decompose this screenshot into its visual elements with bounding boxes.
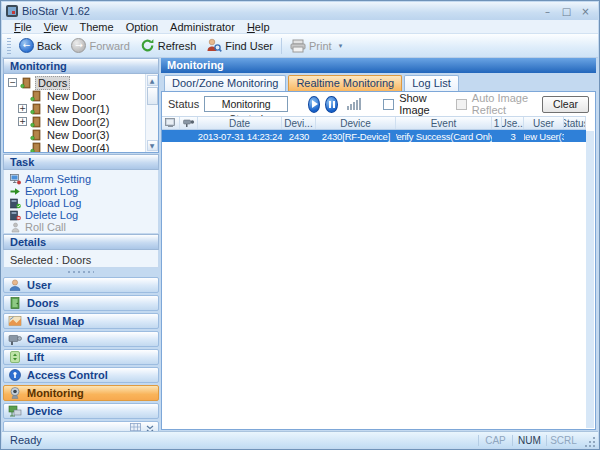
- menu-theme[interactable]: Theme: [73, 21, 119, 33]
- tree-label[interactable]: New Door(1): [45, 103, 111, 115]
- menu-administrator[interactable]: Administrator: [164, 21, 241, 33]
- sidebar-item-visual-map[interactable]: Visual Map: [3, 313, 159, 329]
- sidebar-item-monitoring[interactable]: Monitoring: [3, 385, 159, 401]
- nav-label: Camera: [27, 333, 67, 345]
- column-date[interactable]: Date: [198, 117, 282, 129]
- nav-label: Lift: [27, 351, 44, 363]
- task-label[interactable]: Export Log: [25, 185, 78, 197]
- toolbar-overflow-icon[interactable]: ▾: [339, 42, 343, 50]
- find-user-button[interactable]: Find User: [201, 36, 278, 56]
- status-label: Status: [168, 98, 199, 110]
- menu-file[interactable]: File: [8, 21, 38, 33]
- log-table-empty-area: [162, 142, 595, 429]
- camera-icon: [8, 332, 22, 346]
- task-roll-call[interactable]: Roll Call: [10, 221, 158, 233]
- clear-button[interactable]: Clear: [542, 96, 589, 113]
- tree-item-new-door[interactable]: New Door: [8, 89, 158, 102]
- sidebar-item-doors[interactable]: Doors: [3, 295, 159, 311]
- scroll-down-icon[interactable]: ▼: [147, 140, 158, 151]
- task-label[interactable]: Roll Call: [25, 221, 66, 233]
- task-label[interactable]: Upload Log: [25, 197, 81, 209]
- auto-image-reflect-checkbox[interactable]: [456, 99, 467, 110]
- expand-icon[interactable]: +: [18, 117, 27, 126]
- door-tree: − Doors New Door + New Door(1) + New Doo…: [3, 74, 159, 153]
- menu-view[interactable]: View: [38, 21, 74, 33]
- tree-scrollbar[interactable]: ▲ ▼: [145, 74, 158, 152]
- door-icon: [30, 90, 42, 102]
- column-user[interactable]: User: [524, 117, 564, 129]
- alarm-setting-icon: [10, 174, 21, 185]
- column-tna[interactable]: 1: [492, 117, 502, 129]
- statusbar-ready-text: Ready: [2, 434, 478, 446]
- tree-item-new-door-2[interactable]: + New Door(2): [8, 115, 158, 128]
- tree-item-new-door-1[interactable]: + New Door(1): [8, 102, 158, 115]
- collapse-icon[interactable]: −: [8, 78, 17, 87]
- task-alarm-setting[interactable]: Alarm Setting: [10, 173, 158, 185]
- tab-log-list[interactable]: Log List: [404, 75, 459, 91]
- task-upload-log[interactable]: Upload Log: [10, 197, 158, 209]
- caps-lock-indicator: CAP: [478, 435, 512, 446]
- back-button[interactable]: ← Back: [14, 36, 66, 56]
- maximize-button[interactable]: □: [560, 6, 573, 17]
- tree-item-new-door-4[interactable]: New Door(4): [8, 141, 158, 153]
- tab-door-zone-monitoring[interactable]: Door/Zone Monitoring: [164, 75, 286, 91]
- task-delete-log[interactable]: Delete Log: [10, 209, 158, 221]
- play-button[interactable]: [308, 96, 320, 113]
- row-user: New User(3): [524, 130, 564, 142]
- sidebar-item-lift[interactable]: Lift: [3, 349, 159, 365]
- column-device[interactable]: Device: [316, 117, 396, 129]
- forward-button[interactable]: → Forward: [66, 36, 134, 56]
- menu-help[interactable]: Help: [241, 21, 276, 33]
- door-icon: [30, 129, 42, 141]
- tree-label[interactable]: New Door: [45, 90, 98, 102]
- show-image-checkbox[interactable]: [383, 99, 394, 110]
- sidebar-splitter[interactable]: [3, 268, 159, 275]
- print-label: Print: [309, 40, 332, 52]
- sidebar-item-camera[interactable]: Camera: [3, 331, 159, 347]
- expand-icon[interactable]: +: [18, 104, 27, 113]
- print-icon: [290, 39, 306, 53]
- sidebar-item-device[interactable]: Device: [3, 403, 159, 419]
- column-status[interactable]: Status: [564, 117, 586, 129]
- nav-label: User: [27, 279, 51, 291]
- column-user-id[interactable]: Use...: [502, 117, 524, 129]
- row-device: 2430[RF-Device]: [316, 130, 396, 142]
- column-device-id[interactable]: Devi...: [282, 117, 316, 129]
- tree-label[interactable]: New Door(4): [45, 142, 111, 154]
- pause-button[interactable]: [325, 96, 337, 113]
- refresh-button[interactable]: Refresh: [135, 36, 202, 56]
- column-event[interactable]: Event: [396, 117, 492, 129]
- status-bar: Ready CAP NUM SCRL: [2, 431, 598, 448]
- log-table-header: Date Devi... Device Event 1 Use... User …: [162, 116, 586, 130]
- table-scrollbar[interactable]: [586, 131, 594, 428]
- log-table-row[interactable]: 2013-07-31 14:23:24 2430 2430[RF-Device]…: [162, 130, 586, 142]
- row-status: [564, 130, 586, 142]
- print-button[interactable]: Print: [285, 36, 337, 56]
- app-window: BioStar V1.62 – □ × File View Theme Opti…: [0, 0, 600, 450]
- tree-label[interactable]: New Door(3): [45, 129, 111, 141]
- toolbar-grip[interactable]: [7, 38, 11, 54]
- tab-realtime-monitoring[interactable]: Realtime Monitoring: [288, 75, 402, 91]
- camera-column-icon[interactable]: [180, 117, 198, 129]
- sidebar-item-user[interactable]: User: [3, 277, 159, 293]
- status-row: Status Monitoring Started Show Image Aut…: [162, 92, 595, 116]
- scroll-up-icon[interactable]: ▲: [147, 75, 158, 86]
- task-label[interactable]: Delete Log: [25, 209, 78, 221]
- tree-item-doors[interactable]: − Doors: [8, 76, 158, 89]
- title-bar[interactable]: BioStar V1.62 – □ ×: [2, 2, 598, 20]
- image-column-icon[interactable]: [162, 117, 180, 129]
- task-label[interactable]: Alarm Setting: [25, 173, 91, 185]
- device-icon: [8, 404, 22, 418]
- minimize-button[interactable]: –: [541, 6, 554, 17]
- sidebar-item-access-control[interactable]: Access Control: [3, 367, 159, 383]
- close-button[interactable]: ×: [579, 6, 592, 17]
- tree-label[interactable]: Doors: [35, 76, 70, 90]
- tree-label[interactable]: New Door(2): [45, 116, 111, 128]
- menu-option[interactable]: Option: [120, 21, 164, 33]
- scrollbar-thumb[interactable]: [147, 87, 158, 105]
- refresh-icon: [140, 38, 155, 53]
- task-export-log[interactable]: Export Log: [10, 185, 158, 197]
- tree-item-new-door-3[interactable]: New Door(3): [8, 128, 158, 141]
- nav-label: Visual Map: [27, 315, 84, 327]
- resize-grip[interactable]: [584, 436, 596, 448]
